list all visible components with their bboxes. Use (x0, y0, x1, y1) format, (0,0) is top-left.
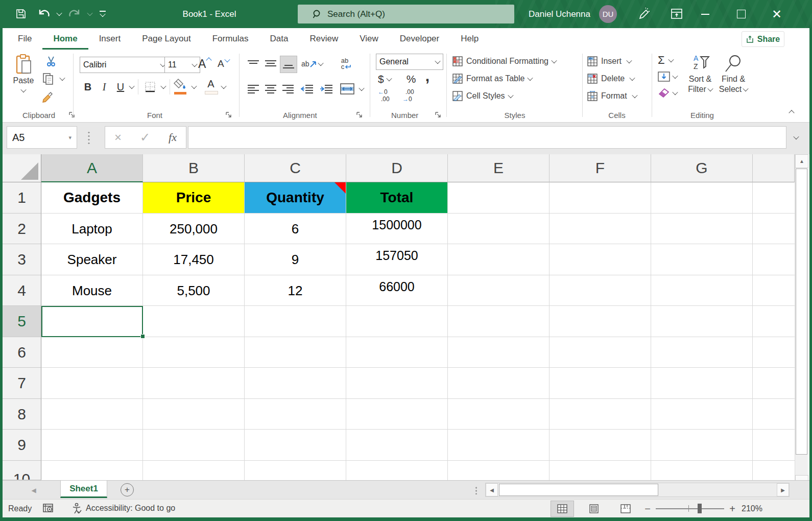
grow-font-button[interactable]: A (198, 56, 216, 72)
underline-dropdown[interactable] (128, 82, 136, 91)
name-box[interactable]: A5 ▾ (7, 126, 77, 149)
format-painter-button[interactable] (39, 88, 57, 104)
tab-data[interactable]: Data (259, 28, 299, 50)
row-header-2[interactable]: 2 (3, 214, 41, 244)
italic-button[interactable]: I (97, 79, 111, 94)
cell-A4[interactable]: Mouse (41, 275, 142, 306)
redo-button[interactable] (64, 4, 85, 23)
close-button[interactable]: ✕ (765, 0, 789, 28)
cell-D4[interactable]: 66000 (346, 271, 447, 302)
insert-function-icon[interactable]: fx (169, 131, 177, 144)
find-select-button[interactable]: Find & Select (718, 54, 749, 105)
column-header-E[interactable]: E (448, 154, 550, 182)
row-header-10[interactable]: 10 (3, 461, 41, 480)
comma-style-button[interactable]: , (421, 69, 434, 83)
search-box[interactable]: Search (Alt+Q) (298, 5, 514, 23)
vertical-scrollbar[interactable]: ▲ ▼ (795, 154, 808, 489)
cell-C3[interactable]: 9 (245, 244, 346, 275)
select-all-corner[interactable] (3, 154, 41, 182)
ribbon-display-options-button[interactable] (666, 4, 687, 23)
undo-dropdown[interactable] (55, 9, 63, 18)
row-header-4[interactable]: 4 (3, 275, 41, 306)
borders-button[interactable] (142, 79, 158, 94)
cell-B3[interactable]: 17,450 (143, 244, 244, 275)
cell-C1[interactable]: Quantity (245, 182, 346, 213)
cell-B1[interactable]: Price (143, 182, 244, 213)
tab-insert[interactable]: Insert (88, 28, 132, 50)
fill-color-button[interactable] (174, 78, 189, 94)
zoom-slider-track[interactable] (656, 508, 724, 509)
zoom-out-button[interactable]: − (642, 504, 653, 514)
user-name[interactable]: Daniel Uchenna (529, 0, 590, 28)
increase-indent-button[interactable] (318, 81, 335, 97)
sort-filter-button[interactable]: AZ Sort & Filter (684, 54, 716, 105)
cell-C2[interactable]: 6 (245, 214, 346, 244)
enter-icon[interactable]: ✓ (140, 130, 150, 145)
decrease-indent-button[interactable] (298, 81, 316, 97)
tab-review[interactable]: Review (299, 28, 349, 50)
column-header-G[interactable]: G (651, 154, 753, 182)
undo-button[interactable] (34, 4, 54, 23)
horizontal-scroll-thumb[interactable] (499, 484, 658, 496)
formula-bar-resize-handle[interactable] (88, 131, 90, 144)
column-header-F[interactable]: F (550, 154, 651, 182)
row-header-3[interactable]: 3 (3, 244, 41, 275)
selected-cell-A5[interactable] (41, 306, 143, 337)
font-dialog-launcher[interactable] (225, 111, 233, 119)
save-button[interactable] (11, 4, 31, 23)
merge-center-button[interactable] (338, 80, 356, 98)
align-center-button[interactable] (262, 81, 279, 97)
cell-A1[interactable]: Gadgets (41, 182, 142, 213)
accessibility-status[interactable]: Accessibility: Good to go (71, 503, 175, 514)
cut-button[interactable] (42, 54, 60, 69)
fill-handle[interactable] (140, 334, 145, 339)
delete-cells-button[interactable]: Delete (587, 72, 634, 85)
shrink-font-button[interactable]: A (218, 56, 235, 72)
row-header-8[interactable]: 8 (3, 399, 41, 430)
insert-cells-button[interactable]: Insert (587, 55, 631, 68)
tab-formulas[interactable]: Formulas (202, 28, 259, 50)
font-color-dropdown[interactable] (220, 82, 228, 91)
row-header-6[interactable]: 6 (3, 337, 41, 368)
top-align-button[interactable] (245, 57, 261, 72)
column-header-D[interactable]: D (346, 154, 448, 182)
redo-dropdown[interactable] (86, 9, 94, 18)
share-button[interactable]: Share (742, 31, 784, 47)
scroll-right-button[interactable]: ▶ (777, 483, 789, 496)
bold-button[interactable]: B (81, 79, 95, 94)
font-color-button[interactable]: A (204, 78, 218, 94)
cell-A2[interactable]: Laptop (41, 214, 142, 244)
tab-splitter-handle[interactable] (475, 486, 477, 494)
cell-D1[interactable]: Total (346, 182, 447, 213)
fill-color-dropdown[interactable] (190, 82, 198, 91)
tab-help[interactable]: Help (450, 28, 489, 50)
bottom-align-button[interactable] (280, 56, 297, 73)
tab-developer[interactable]: Developer (389, 28, 450, 50)
new-sheet-button[interactable]: + (121, 483, 134, 496)
paste-button[interactable]: Paste (10, 54, 37, 105)
format-as-table-button[interactable]: Format as Table (452, 72, 532, 85)
formula-input[interactable] (188, 126, 786, 149)
scroll-left-button[interactable]: ◀ (486, 483, 498, 496)
zoom-in-button[interactable]: + (727, 504, 737, 514)
scroll-up-button[interactable]: ▲ (795, 154, 808, 168)
maximize-button[interactable] (729, 0, 753, 28)
zoom-level[interactable]: 210% (742, 504, 762, 513)
middle-align-button[interactable] (262, 57, 279, 72)
column-header-B[interactable]: B (143, 154, 245, 182)
macro-record-icon[interactable] (43, 503, 54, 513)
tab-page-layout[interactable]: Page Layout (131, 28, 201, 50)
row-header-1[interactable]: 1 (3, 182, 41, 214)
feedback-button[interactable] (633, 4, 654, 23)
cell-C4[interactable]: 12 (245, 275, 346, 306)
zoom-slider-thumb[interactable] (698, 504, 702, 513)
quick-access-customize-button[interactable] (95, 4, 110, 23)
expand-formula-bar-button[interactable] (790, 132, 803, 143)
number-dialog-launcher[interactable] (435, 111, 442, 119)
view-page-break-button[interactable] (614, 501, 637, 517)
horizontal-scrollbar[interactable]: ◀ ▶ (485, 483, 790, 497)
borders-dropdown[interactable] (159, 82, 168, 91)
cell-D2[interactable]: 1500000 (346, 209, 447, 240)
vertical-scroll-thumb[interactable] (796, 169, 807, 455)
increase-decimal-button[interactable]: ←0 .00 (378, 88, 400, 106)
